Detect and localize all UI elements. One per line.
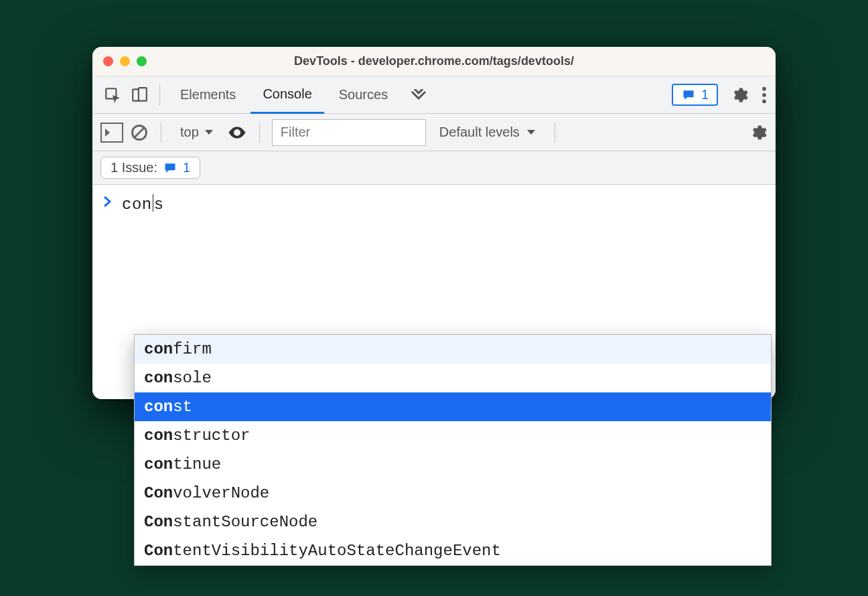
traffic-lights: [103, 56, 147, 66]
kebab-icon: [761, 86, 768, 104]
log-levels-selector[interactable]: Default levels: [433, 125, 542, 140]
autocomplete-rest: sole: [173, 369, 212, 387]
chevron-down-icon: [204, 129, 214, 136]
issues-count: 1: [183, 160, 190, 175]
autocomplete-rest: tentVisibilityAutoStateChangeEvent: [173, 542, 501, 560]
settings-button[interactable]: [730, 86, 749, 104]
main-tab-bar: Elements Console Sources 1: [92, 76, 776, 114]
autocomplete-item[interactable]: constructor: [135, 421, 771, 450]
autocomplete-item[interactable]: console: [135, 364, 771, 392]
divider: [161, 123, 161, 143]
autocomplete-match: Con: [144, 484, 173, 502]
autocomplete-item[interactable]: ContentVisibilityAutoStateChangeEvent: [135, 536, 771, 565]
autocomplete-match: con: [144, 369, 173, 387]
autocomplete-rest: firm: [173, 340, 212, 358]
autocomplete-match: con: [144, 340, 173, 358]
window-titlebar: DevTools - developer.chrome.com/tags/dev…: [92, 47, 776, 76]
autocomplete-item[interactable]: confirm: [135, 335, 771, 364]
levels-label: Default levels: [439, 125, 520, 140]
chevron-down-icon: [526, 129, 536, 136]
autocomplete-item[interactable]: ConvolverNode: [135, 479, 771, 508]
autocomplete-match: con: [144, 455, 173, 473]
issue-bar: 1 Issue: 1: [92, 151, 776, 185]
autocomplete-rest: stantSourceNode: [173, 513, 317, 531]
svg-point-4: [762, 93, 766, 97]
device-toolbar-icon[interactable]: [127, 83, 151, 107]
divider: [555, 123, 555, 143]
input-before: con: [122, 196, 152, 214]
svg-rect-2: [139, 88, 147, 101]
autocomplete-item[interactable]: continue: [135, 450, 771, 479]
console-input[interactable]: cons: [122, 194, 164, 214]
more-tabs-button[interactable]: [403, 89, 436, 101]
svg-point-8: [235, 131, 238, 134]
issues-pill[interactable]: 1 Issue: 1: [100, 157, 200, 179]
live-expression-button[interactable]: [227, 123, 247, 143]
divider: [259, 123, 260, 143]
text-cursor: [153, 194, 153, 212]
tab-elements[interactable]: Elements: [168, 76, 248, 114]
input-after: s: [154, 196, 164, 214]
autocomplete-match: Con: [144, 542, 173, 560]
autocomplete-match: con: [144, 427, 173, 445]
console-prompt[interactable]: cons: [92, 194, 776, 214]
tab-console[interactable]: Console: [250, 76, 323, 114]
devtools-window: DevTools - developer.chrome.com/tags/dev…: [92, 47, 776, 399]
autocomplete-item[interactable]: const: [135, 392, 771, 421]
autocomplete-rest: st: [173, 398, 192, 416]
svg-point-3: [762, 86, 766, 90]
clear-console-button[interactable]: [130, 123, 149, 142]
prompt-chevron-icon: [103, 196, 113, 208]
more-options-button[interactable]: [761, 86, 768, 104]
context-label: top: [180, 125, 199, 140]
issues-chip[interactable]: 1: [672, 84, 718, 106]
inspect-element-icon[interactable]: [100, 83, 125, 107]
autocomplete-match: Con: [144, 513, 173, 531]
tab-sources[interactable]: Sources: [327, 76, 400, 114]
filter-input[interactable]: [272, 119, 426, 146]
issues-count: 1: [701, 87, 709, 102]
zoom-window-button[interactable]: [137, 56, 147, 66]
autocomplete-popup: confirmconsoleconstconstructorcontinueCo…: [134, 334, 772, 566]
console-settings-button[interactable]: [749, 123, 768, 142]
execution-context-selector[interactable]: top: [173, 125, 220, 140]
divider: [159, 85, 160, 105]
autocomplete-item[interactable]: ConstantSourceNode: [135, 508, 771, 536]
autocomplete-rest: volverNode: [173, 484, 269, 502]
autocomplete-match: con: [144, 398, 173, 416]
issues-label: 1 Issue:: [111, 160, 157, 175]
minimize-window-button[interactable]: [120, 56, 130, 66]
message-icon: [163, 161, 177, 175]
svg-point-5: [762, 99, 766, 103]
autocomplete-rest: tinue: [173, 455, 221, 473]
gear-icon: [749, 123, 768, 142]
show-console-sidebar-button[interactable]: [100, 123, 123, 143]
console-toolbar: top Default levels: [92, 114, 776, 151]
gear-icon: [730, 86, 749, 104]
message-icon: [681, 88, 696, 102]
svg-line-7: [135, 128, 144, 137]
autocomplete-rest: structor: [173, 427, 250, 445]
window-title: DevTools - developer.chrome.com/tags/dev…: [92, 54, 776, 68]
console-body: cons confirmconsoleconstconstructorconti…: [92, 185, 776, 399]
close-window-button[interactable]: [103, 56, 113, 66]
